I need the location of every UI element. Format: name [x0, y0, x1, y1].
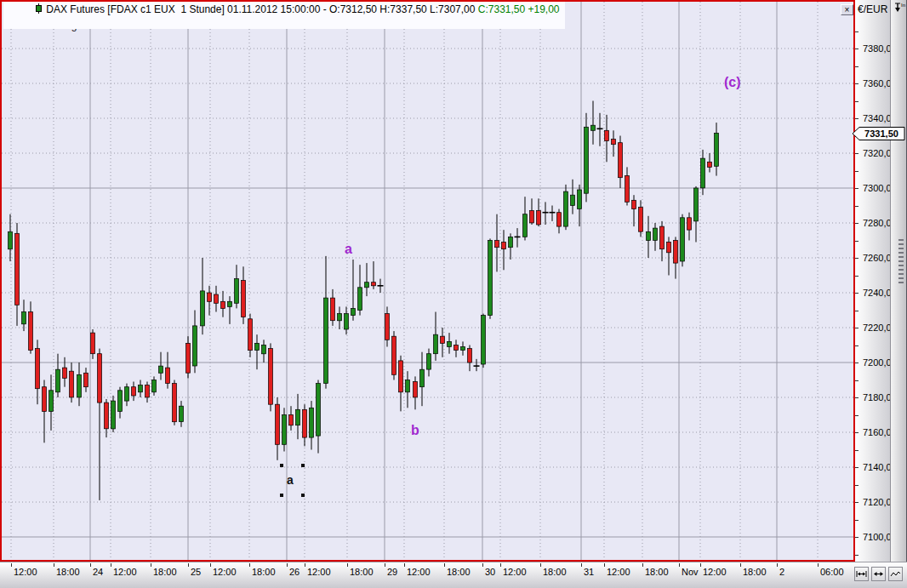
insert-cursor-icon[interactable]: In — [893, 1, 906, 16]
time-tick — [604, 563, 605, 567]
chart-window[interactable]: DAX Futures [FDAX c1 EUX 1 Stunde] 01.11… — [0, 0, 855, 562]
chart-titlebar[interactable]: DAX Futures [FDAX c1 EUX 1 Stunde] 01.11… — [3, 3, 565, 16]
time-axis-label: 18:00 — [743, 567, 767, 577]
price-axis-label: 7260,00 — [863, 253, 890, 263]
price-tick — [855, 66, 859, 67]
price-tick — [855, 258, 859, 259]
price-tick — [855, 415, 859, 416]
time-tick — [740, 563, 741, 567]
time-axis[interactable]: 12:0018:002412:0018:002512:0018:002612:0… — [0, 562, 907, 588]
price-tick — [855, 345, 859, 346]
price-tick — [855, 31, 859, 32]
price-tick — [855, 363, 859, 363]
price-tick — [855, 520, 859, 521]
time-tick — [151, 563, 151, 567]
price-tick — [855, 432, 859, 433]
wave-label-c[interactable]: (c) — [724, 75, 741, 90]
application-stage: DAX Futures [FDAX c1 EUX 1 Stunde] 01.11… — [0, 0, 907, 588]
scroll-horizontal-button[interactable] — [871, 567, 886, 581]
price-tick — [855, 118, 859, 119]
price-axis-label: 7380,00 — [863, 43, 890, 54]
price-axis-label: 7120,00 — [863, 497, 890, 507]
price-axis-label: 7140,00 — [863, 462, 890, 472]
selection-handle[interactable] — [301, 494, 305, 497]
time-tick — [540, 563, 541, 567]
time-tick — [210, 563, 211, 567]
chart-title-ohlc: DAX Futures [FDAX c1 EUX 1 Stunde] 01.11… — [46, 3, 477, 15]
price-tick — [855, 276, 859, 277]
time-tick — [482, 563, 483, 567]
time-tick — [404, 563, 405, 567]
price-axis-label: 7200,00 — [863, 357, 890, 368]
time-tick — [54, 563, 54, 567]
price-tick — [855, 293, 859, 294]
svg-text:In: In — [901, 3, 905, 8]
chart-title-close-change: C:7331,50 +19,00 — [478, 3, 560, 15]
price-axis-label: 7180,00 — [863, 392, 890, 402]
price-axis-label: 7360,00 — [863, 78, 890, 88]
price-tick — [855, 537, 859, 538]
time-tick — [818, 563, 819, 567]
price-tick — [855, 188, 859, 189]
currency-label: €/EUR — [858, 3, 887, 15]
time-tick — [90, 563, 91, 567]
price-tick — [855, 49, 859, 49]
wave-label-b[interactable]: b — [411, 423, 419, 438]
time-tick — [700, 563, 701, 567]
price-tick — [855, 502, 859, 503]
time-axis-label: 06:00 — [820, 567, 844, 577]
time-tick — [305, 563, 305, 567]
time-axis-label: 12:00 — [14, 567, 37, 577]
last-price-value: 7331,50 — [864, 128, 898, 139]
price-axis-label: 7280,00 — [863, 218, 890, 228]
price-tick — [855, 311, 859, 311]
time-tick — [777, 563, 778, 567]
time-axis-label: 18:00 — [56, 567, 80, 577]
wave-label-a-2[interactable]: a — [287, 473, 294, 487]
time-axis-label: 12:00 — [407, 567, 431, 577]
time-axis-label: 18:00 — [645, 567, 669, 577]
selection-handle[interactable] — [301, 464, 305, 467]
fit-horizontal-button[interactable] — [854, 567, 869, 581]
price-tick — [855, 380, 859, 381]
price-axis[interactable]: €/EUR 7380,007360,007340,007320,007300,0… — [855, 0, 890, 562]
time-axis-label: 2 — [779, 567, 784, 577]
time-axis-label: 12:00 — [607, 567, 630, 577]
price-axis-label: 7220,00 — [863, 323, 890, 333]
time-tick — [111, 563, 111, 567]
line-mode-button[interactable] — [888, 567, 903, 581]
time-axis-label: 31 — [584, 567, 594, 577]
time-tick — [287, 563, 288, 567]
time-axis-label: 12:00 — [503, 567, 527, 577]
time-axis-label: 18:00 — [153, 567, 177, 577]
price-tick — [855, 83, 859, 84]
selection-handle[interactable] — [280, 494, 283, 497]
price-tick — [855, 397, 859, 398]
time-axis-label: 12:00 — [307, 567, 331, 577]
wave-label-a[interactable]: a — [345, 242, 352, 257]
time-tick — [642, 563, 643, 567]
price-tick — [855, 328, 859, 328]
time-tick — [581, 563, 582, 567]
selection-handle[interactable] — [280, 464, 283, 467]
time-tick — [249, 563, 250, 567]
chart-toolbar — [854, 567, 903, 581]
time-axis-label: 12:00 — [213, 567, 237, 577]
scrollbar-thumb[interactable] — [898, 239, 904, 283]
price-tick — [855, 467, 859, 468]
close-chart-button[interactable]: × — [841, 4, 853, 15]
time-axis-label: 25 — [191, 567, 201, 577]
time-axis-label: 18:00 — [447, 567, 471, 577]
time-axis-label: 30 — [485, 567, 495, 577]
time-tick — [347, 563, 348, 567]
zigzag-icon — [890, 570, 901, 578]
vertical-scrollbar[interactable]: In — [890, 0, 907, 562]
arrows-with-bars-icon — [856, 570, 867, 578]
price-axis-label: 7320,00 — [863, 148, 890, 158]
price-axis-label: 7240,00 — [863, 288, 890, 298]
time-tick — [385, 563, 385, 567]
time-axis-label: 18:00 — [350, 567, 374, 577]
price-tick — [855, 450, 859, 451]
time-axis-label: 26 — [289, 567, 299, 577]
time-axis-label: Nov — [682, 567, 699, 577]
